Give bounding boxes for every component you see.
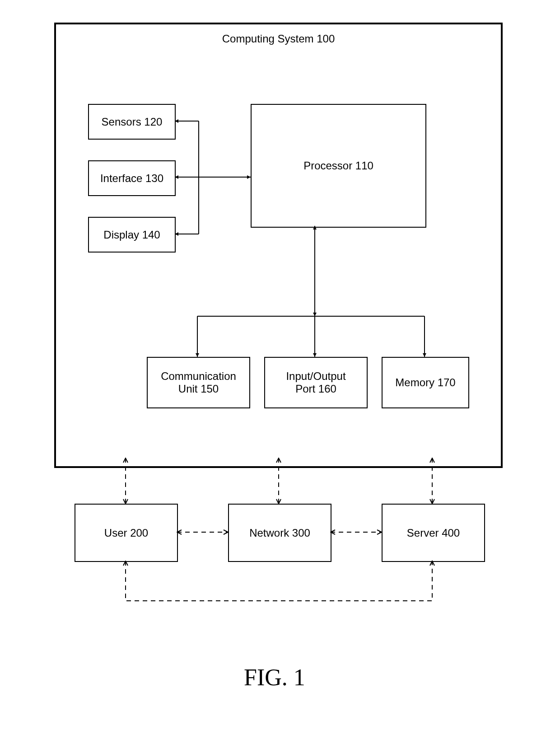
memory-block: Memory 170 bbox=[382, 357, 469, 408]
diagram-page: Computing System 100 Sensors 120 Interfa… bbox=[0, 0, 560, 744]
user-block: User 200 bbox=[75, 504, 178, 562]
memory-label: Memory 170 bbox=[395, 376, 455, 389]
server-label: Server 400 bbox=[407, 527, 460, 539]
sensors-label: Sensors 120 bbox=[102, 116, 163, 128]
comm-unit-label: Communication Unit 150 bbox=[161, 370, 236, 395]
display-label: Display 140 bbox=[103, 229, 160, 241]
sensors-block: Sensors 120 bbox=[88, 104, 176, 140]
io-port-label: Input/Output Port 160 bbox=[286, 370, 345, 395]
server-block: Server 400 bbox=[382, 504, 485, 562]
computing-system-title: Computing System 100 bbox=[222, 33, 335, 45]
display-block: Display 140 bbox=[88, 217, 176, 253]
interface-label: Interface 130 bbox=[100, 172, 163, 185]
processor-label: Processor 110 bbox=[303, 159, 373, 172]
figure-caption: FIG. 1 bbox=[244, 664, 305, 691]
processor-block: Processor 110 bbox=[251, 104, 426, 228]
interface-block: Interface 130 bbox=[88, 160, 176, 196]
user-label: User 200 bbox=[104, 527, 148, 539]
network-block: Network 300 bbox=[228, 504, 331, 562]
io-port-block: Input/Output Port 160 bbox=[264, 357, 368, 408]
network-label: Network 300 bbox=[249, 527, 310, 539]
comm-unit-block: Communication Unit 150 bbox=[147, 357, 250, 408]
